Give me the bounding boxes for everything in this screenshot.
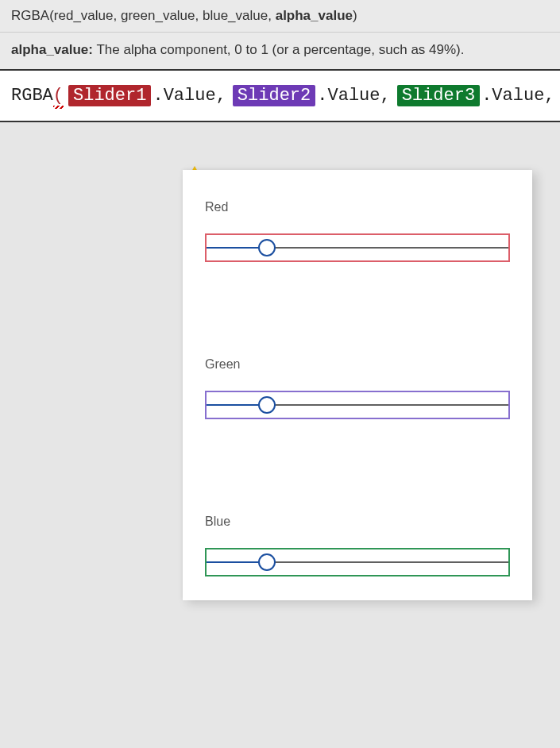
formula-dot: . [481, 86, 492, 106]
formula-comma: , [544, 86, 554, 106]
formula-dot: . [317, 86, 327, 106]
signature-prefix: RGBA( [11, 8, 54, 23]
signature-suffix: ) [353, 8, 357, 23]
param-desc-text: The alpha component, 0 to 1 (or a percen… [93, 42, 464, 57]
formula-function-name: RGBA [11, 86, 53, 106]
slider-green[interactable] [205, 391, 510, 419]
color-picker-card[interactable]: Red Green Blue [183, 170, 532, 600]
slider-red-block: Red [205, 200, 510, 262]
formula-open-paren: ( [53, 86, 64, 106]
slider-label-blue: Blue [205, 515, 510, 529]
slider-blue-block: Blue [205, 515, 510, 576]
formula-property: Value [492, 86, 544, 106]
slider-thumb[interactable] [258, 239, 276, 256]
slider-green-block: Green [205, 357, 510, 419]
canvas-design-surface[interactable]: Red Green Blue [0, 122, 560, 731]
signature-active-param: alpha_value [276, 8, 353, 23]
formula-slider2-token: Slider2 [233, 85, 315, 106]
slider-blue[interactable] [205, 548, 510, 576]
signature-plain-params: red_value, green_value, blue_value, [54, 8, 276, 23]
formula-comma: , [380, 86, 391, 106]
formula-comma: , [216, 86, 226, 106]
formula-property: Value [327, 86, 380, 106]
intellisense-description: alpha_value: The alpha component, 0 to 1… [0, 33, 560, 71]
formula-slider3-token: Slider3 [397, 85, 480, 106]
formula-dot: . [153, 86, 163, 106]
formula-property: Value [164, 86, 216, 106]
slider-label-red: Red [205, 200, 510, 214]
intellisense-signature: RGBA(red_value, green_value, blue_value,… [0, 0, 560, 33]
param-desc-label: alpha_value: [11, 42, 93, 57]
slider-thumb[interactable] [258, 396, 276, 414]
slider-thumb[interactable] [258, 553, 276, 571]
slider-label-green: Green [205, 357, 510, 372]
formula-bar[interactable]: RGBA( Slider1.Value, Slider2.Value, Slid… [0, 71, 560, 122]
formula-slider1-token: Slider1 [68, 85, 151, 106]
slider-red[interactable] [205, 233, 510, 262]
